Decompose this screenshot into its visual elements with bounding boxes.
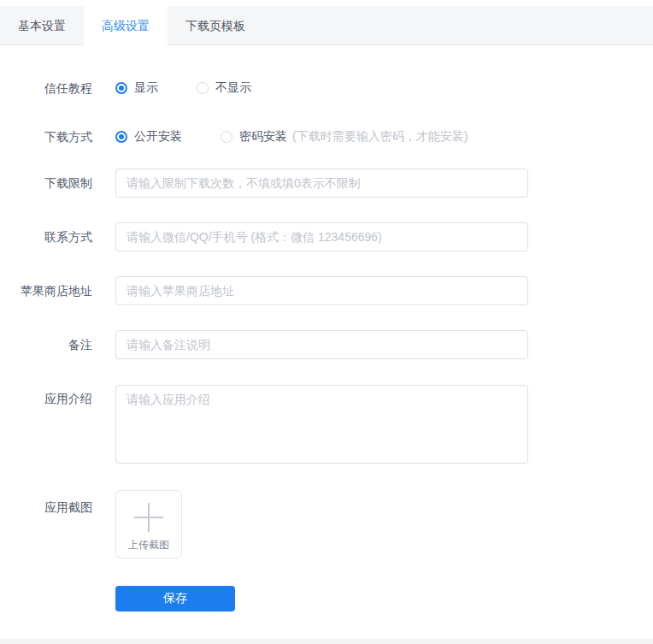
apple-store-url-label: 苹果商店地址 — [0, 282, 92, 299]
contact-row: 联系方式 — [0, 222, 653, 251]
contact-input[interactable] — [115, 222, 528, 251]
app-intro-row: 应用介绍 — [0, 385, 653, 464]
public-install-radio[interactable]: 公开安装 — [115, 129, 182, 145]
save-button[interactable]: 保存 — [115, 586, 235, 612]
trust-tutorial-label: 信任教程 — [0, 80, 92, 97]
remark-label: 备注 — [0, 336, 92, 353]
upload-screenshot-text: 上传截图 — [128, 539, 169, 551]
trust-tutorial-hide-radio[interactable]: 不显示 — [197, 80, 251, 96]
trust-tutorial-hide-label: 不显示 — [215, 80, 251, 96]
contact-label: 联系方式 — [0, 228, 92, 245]
remark-row: 备注 — [0, 330, 653, 359]
tabbar: 基本设置 高级设置 下载页模板 — [0, 6, 653, 45]
apple-store-url-input[interactable] — [115, 276, 528, 305]
tab-advanced-settings[interactable]: 高级设置 — [84, 6, 168, 46]
tab-basic-settings[interactable]: 基本设置 — [0, 6, 84, 45]
password-install-label: 密码安装 — [239, 129, 287, 145]
download-limit-label: 下载限制 — [0, 174, 92, 192]
save-row: 保存 — [115, 586, 653, 612]
radio-checked-icon[interactable] — [115, 131, 127, 143]
app-screenshot-row: 应用截图 上传截图 — [0, 490, 653, 558]
download-limit-row: 下载限制 — [0, 168, 653, 198]
trust-tutorial-show-radio[interactable]: 显示 — [115, 80, 158, 96]
upload-screenshot-button[interactable]: 上传截图 — [115, 490, 182, 558]
trust-tutorial-row: 信任教程 显示 不显示 — [0, 80, 653, 97]
download-limit-input[interactable] — [115, 168, 528, 198]
password-install-radio[interactable]: 密码安装 (下载时需要输入密码，才能安装) — [221, 129, 468, 145]
radio-unchecked-icon[interactable] — [197, 82, 209, 94]
radio-unchecked-icon[interactable] — [221, 131, 232, 143]
radio-checked-icon[interactable] — [115, 82, 127, 94]
tab-download-page-template[interactable]: 下载页模板 — [168, 6, 263, 45]
plus-icon — [134, 503, 163, 532]
app-intro-label: 应用介绍 — [0, 385, 92, 407]
public-install-label: 公开安装 — [134, 129, 182, 145]
trust-tutorial-show-label: 显示 — [134, 80, 158, 96]
settings-page: 基本设置 高级设置 下载页模板 信任教程 显示 不显示 下载方式 — [0, 0, 653, 644]
remark-input[interactable] — [115, 330, 528, 359]
app-intro-textarea[interactable] — [115, 385, 528, 464]
password-install-hint: (下载时需要输入密码，才能安装) — [292, 129, 468, 145]
bottom-strip — [0, 639, 653, 644]
advanced-settings-form: 信任教程 显示 不显示 下载方式 公开安装 — [0, 45, 653, 612]
app-screenshot-label: 应用截图 — [0, 490, 92, 516]
download-method-row: 下载方式 公开安装 密码安装 (下载时需要输入密码，才能安装) — [0, 128, 653, 145]
download-method-label: 下载方式 — [0, 128, 92, 145]
apple-store-url-row: 苹果商店地址 — [0, 276, 653, 305]
